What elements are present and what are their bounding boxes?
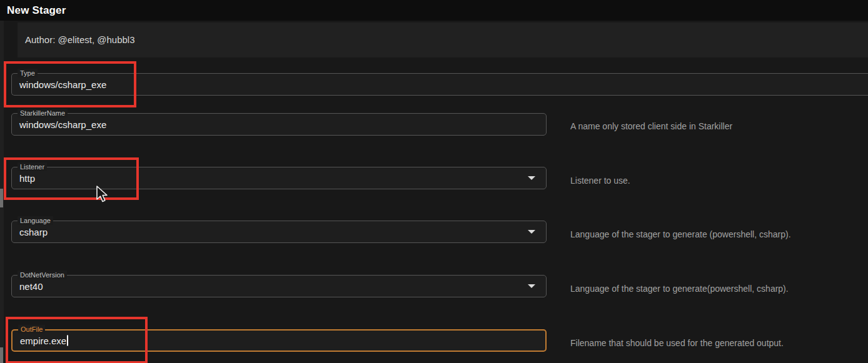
text-caret <box>67 336 68 346</box>
field-dotnetversion-label: DotNetVersion <box>18 271 67 279</box>
author-text: Author: @elitest, @hubbl3 <box>25 34 135 45</box>
top-bar: New Stager <box>0 0 868 21</box>
field-outfile-label: OutFile <box>18 325 45 334</box>
field-listener-label: Listener <box>18 162 47 171</box>
field-outfile-description: Filename that should be used for the gen… <box>570 338 784 348</box>
dropdown-arrow-icon[interactable] <box>528 176 535 180</box>
field-starkillername[interactable]: StarkillerName windows/csharp_exe <box>11 113 547 136</box>
field-listener-value: http <box>19 173 35 184</box>
field-starkillername-description: A name only stored client side in Starki… <box>570 121 732 131</box>
field-listener-description: Listener to use. <box>570 176 630 186</box>
field-dotnetversion-value: net40 <box>19 281 43 292</box>
dropdown-arrow-icon[interactable] <box>528 284 535 288</box>
mouse-cursor-icon <box>96 186 109 204</box>
field-language-value: csharp <box>19 227 48 237</box>
author-panel: Author: @elitest, @hubbl3 <box>18 22 868 57</box>
dropdown-arrow-icon[interactable] <box>528 230 535 234</box>
field-language[interactable]: Language csharp <box>11 221 547 243</box>
field-outfile-text: empire.exe <box>20 336 66 346</box>
page-title: New Stager <box>7 4 66 17</box>
scrollbar-fragment[interactable] <box>0 189 3 207</box>
field-type-value: windows/csharp_exe <box>19 79 106 90</box>
field-language-label: Language <box>18 216 53 225</box>
field-dotnetversion[interactable]: DotNetVersion net40 <box>11 275 547 297</box>
field-starkillername-label: StarkillerName <box>18 109 68 117</box>
field-listener[interactable]: Listener http <box>11 167 547 189</box>
field-type-label: Type <box>18 69 38 77</box>
field-starkillername-value: windows/csharp_exe <box>19 119 106 130</box>
field-language-description: Language of the stager to generate (powe… <box>570 229 791 239</box>
field-type[interactable]: Type windows/csharp_exe <box>11 73 868 96</box>
scrollbar-fragment[interactable] <box>0 347 3 363</box>
field-outfile-value: empire.exe <box>20 336 68 346</box>
field-dotnetversion-description: Language of the stager to generate(power… <box>570 284 789 294</box>
field-outfile[interactable]: OutFile empire.exe <box>11 329 547 352</box>
